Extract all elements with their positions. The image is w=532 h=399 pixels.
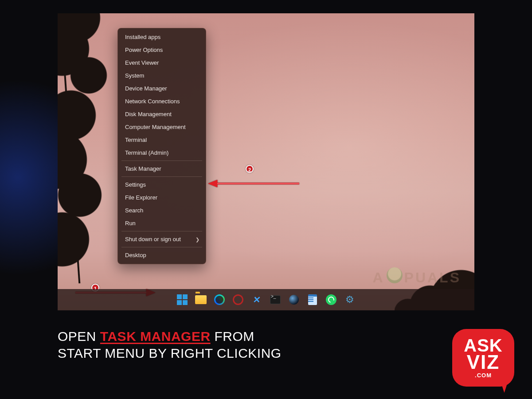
menu-settings[interactable]: Settings <box>118 178 206 191</box>
taskbar-notepad[interactable] <box>306 293 319 306</box>
menu-separator <box>121 176 202 177</box>
menu-separator <box>121 231 202 231</box>
start-button[interactable] <box>176 293 188 306</box>
menu-terminal-admin[interactable]: Terminal (Admin) <box>118 146 206 159</box>
windows-icon <box>177 294 188 305</box>
menu-event-viewer[interactable]: Event Viewer <box>118 56 206 69</box>
whatsapp-icon <box>326 294 336 305</box>
menu-system[interactable]: System <box>118 69 206 82</box>
menu-separator <box>121 247 202 247</box>
instruction-caption: OPEN TASK MANAGER FROM START MENU BY RIG… <box>58 328 426 361</box>
menu-device-manager[interactable]: Device Manager <box>118 82 206 95</box>
steam-icon <box>289 295 299 305</box>
taskbar-settings[interactable]: ⚙ <box>344 293 356 306</box>
screenshot-panel: APUALS Installed apps Power Options Even… <box>58 13 474 310</box>
taskbar: ✕ ⚙ <box>58 289 474 310</box>
logo-text: ASK VIZ .COM <box>452 329 514 387</box>
taskbar-terminal[interactable] <box>269 293 282 306</box>
taskbar-whatsapp[interactable] <box>325 293 337 306</box>
menu-task-manager[interactable]: Task Manager <box>118 162 206 175</box>
menu-installed-apps[interactable]: Installed apps <box>118 31 206 43</box>
caption-pre: OPEN <box>58 329 100 344</box>
svg-marker-4 <box>208 180 217 187</box>
menu-shutdown-signout[interactable]: Shut down or sign out ❯ <box>118 233 206 246</box>
taskbar-edge[interactable] <box>213 293 226 306</box>
menu-disk-management[interactable]: Disk Management <box>118 108 206 121</box>
page-background: APUALS Installed apps Power Options Even… <box>0 0 532 399</box>
watermark-text-right: PUALS <box>404 270 461 286</box>
menu-desktop[interactable]: Desktop <box>118 249 206 262</box>
watermark-text-left: A <box>372 270 384 286</box>
caption-line2: START MENU BY RIGHT CLICKING <box>58 346 282 360</box>
taskbar-steam[interactable] <box>288 293 300 306</box>
logo-line3: .COM <box>475 373 492 378</box>
edge-icon <box>214 294 225 305</box>
taskbar-file-explorer[interactable] <box>195 293 207 306</box>
askviz-logo: ASK VIZ .COM <box>452 329 514 387</box>
opera-icon <box>233 294 243 305</box>
menu-network-connections[interactable]: Network Connections <box>118 95 206 108</box>
settings-icon: ⚙ <box>345 294 354 305</box>
appuals-watermark: APUALS <box>372 267 461 286</box>
logo-line2: VIZ <box>467 353 500 371</box>
notepad-icon <box>308 294 317 305</box>
watermark-face-icon <box>387 267 403 283</box>
menu-terminal[interactable]: Terminal <box>118 133 206 146</box>
caption-highlight: TASK MANAGER <box>100 329 211 344</box>
taskbar-vscode[interactable]: ✕ <box>250 293 263 306</box>
menu-file-explorer[interactable]: File Explorer <box>118 191 206 204</box>
menu-power-options[interactable]: Power Options <box>118 43 206 56</box>
menu-shutdown-label: Shut down or sign out <box>125 236 181 243</box>
chevron-right-icon: ❯ <box>196 236 200 242</box>
file-explorer-icon <box>195 295 207 304</box>
vscode-icon: ✕ <box>252 294 261 305</box>
menu-search[interactable]: Search <box>118 204 206 217</box>
menu-run[interactable]: Run <box>118 217 206 230</box>
taskbar-opera[interactable] <box>232 293 244 306</box>
menu-computer-management[interactable]: Computer Management <box>118 121 206 133</box>
caption-post1: FROM <box>211 329 254 344</box>
terminal-icon <box>270 295 281 304</box>
annotation-arrow-2 <box>204 177 301 190</box>
step-badge-2: 2 <box>246 165 254 173</box>
start-context-menu: Installed apps Power Options Event Viewe… <box>117 28 206 264</box>
menu-separator <box>121 160 202 161</box>
